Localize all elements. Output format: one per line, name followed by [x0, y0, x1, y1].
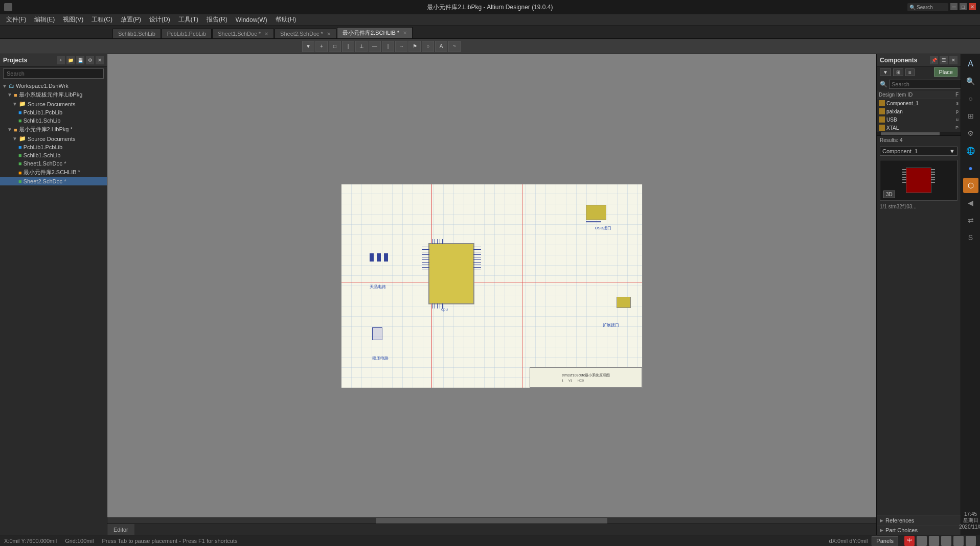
tab-sheet2[interactable]: Sheet2.SchDoc * ✕ — [275, 29, 336, 38]
rp-item-xtal[interactable]: XTAL P — [877, 124, 961, 132]
rp-grid-button[interactable]: ⊞ — [893, 68, 903, 76]
far-right-icon-gear[interactable]: ⚙ — [963, 126, 978, 141]
toolbar-circle-btn[interactable]: ○ — [422, 41, 434, 52]
toolbar-arr-btn[interactable]: → — [395, 41, 407, 52]
editor-tab[interactable]: Editor — [107, 524, 134, 535]
toolbar-wave-btn[interactable]: ~ — [448, 41, 461, 52]
h-scrollbar-thumb[interactable] — [376, 518, 607, 524]
schlib1-label: Schlib1.SchLib — [24, 117, 61, 124]
far-right-icon-s[interactable]: S — [963, 230, 978, 245]
menu-report[interactable]: 报告(R) — [202, 14, 232, 25]
rp-filter-button[interactable]: ▼ — [880, 68, 891, 76]
far-right-icon-globe[interactable]: 🌐 — [963, 143, 978, 158]
rp-icon-pin[interactable]: 📌 — [930, 56, 938, 64]
rp-scrollbar-thumb[interactable] — [881, 132, 940, 135]
far-right-icon-orange[interactable]: ⬡ — [963, 178, 978, 193]
rp-icon-close[interactable]: ✕ — [949, 56, 958, 64]
tree-schlib2-file[interactable]: ■ 最小元件库2.SCHLIB * — [0, 168, 107, 177]
menu-help[interactable]: 帮助(H) — [271, 14, 301, 25]
rp-item-label-xtal: XTAL — [886, 125, 941, 131]
rp-item-paixian[interactable]: paixian p — [877, 107, 961, 115]
menu-place[interactable]: 放置(P) — [117, 14, 145, 25]
tab-close-schlib2[interactable]: ✕ — [403, 30, 407, 36]
panels-button[interactable]: Panels — [872, 536, 898, 545]
far-right-icon-connect[interactable]: ⇄ — [963, 212, 978, 228]
far-right-icon-search[interactable]: 🔍 — [963, 74, 978, 89]
tab-schlib1[interactable]: Schlib1.SchLib — [112, 29, 161, 38]
tree-sheet1[interactable]: ■ Sheet1.SchDoc * — [0, 159, 107, 168]
rp-icon-menu[interactable]: ☰ — [940, 56, 948, 64]
rp-item-usb[interactable]: USB u — [877, 115, 961, 124]
sheet1-label: Sheet1.SchDoc * — [24, 160, 66, 167]
panel-icon-new[interactable]: + — [57, 56, 65, 64]
maximize-button[interactable]: □ — [960, 3, 967, 10]
toolbar-text-btn[interactable]: A — [435, 41, 447, 52]
pcblib2-icon: ■ — [18, 144, 22, 150]
rp-references-section[interactable]: ▶ References — [877, 515, 961, 525]
menu-design[interactable]: 设计(D) — [145, 14, 174, 25]
minimize-button[interactable]: ─ — [950, 3, 958, 10]
components-title: Components — [880, 57, 917, 64]
rp-part-choices-section[interactable]: ▶ Part Choices — [877, 525, 961, 535]
toolbar-v-btn[interactable]: | — [382, 41, 394, 52]
menu-file[interactable]: 文件(F) — [2, 14, 30, 25]
rp-component-dropdown[interactable]: Component_1 ▼ — [880, 147, 958, 156]
menu-project[interactable]: 工程(C) — [87, 14, 117, 25]
tree-sheet2[interactable]: ■ Sheet2.SchDoc * — [0, 177, 107, 185]
toolbar-line-btn[interactable]: | — [342, 41, 354, 52]
rp-vertical-scrollbar[interactable] — [877, 132, 961, 136]
panel-icon-settings[interactable]: ⚙ — [86, 56, 94, 64]
toolbar-rect-btn[interactable]: □ — [329, 41, 341, 52]
far-right-icon-back[interactable]: ◀ — [963, 195, 978, 210]
rp-place-button[interactable]: Place — [934, 67, 958, 77]
tab-pcblib1[interactable]: PcbLib1.PcbLib — [162, 29, 212, 38]
status-grid: Grid:100mil — [65, 538, 94, 544]
rp-references-header[interactable]: ▶ References — [877, 515, 961, 525]
tree-source-docs-2[interactable]: ▼ 📁 Source Documents — [0, 134, 107, 143]
far-right-panel: A 🔍 ○ ⊞ ⚙ 🌐 ● ⬡ ◀ ⇄ S 17:45 星期日 2020/11/… — [961, 54, 980, 535]
close-button[interactable]: ✕ — [969, 3, 976, 10]
far-right-icon-frame[interactable]: ⊞ — [963, 108, 978, 124]
source1-label: Source Documents — [28, 101, 76, 107]
tree-project2[interactable]: ▼ ■ 最小元件库2.LibPkg * — [0, 125, 107, 134]
canvas-container[interactable]: cpu 天晶电路 USB接口 — [107, 54, 876, 517]
tab-close-sheet1[interactable]: ✕ — [264, 31, 268, 37]
toolbar-pin-btn[interactable]: ⊥ — [355, 41, 368, 52]
menu-tools[interactable]: 工具(T) — [174, 14, 202, 25]
far-right-icon-chrome[interactable]: ● — [963, 160, 978, 176]
far-right-icon-altium[interactable]: A — [963, 56, 978, 72]
h-scrollbar[interactable] — [107, 517, 876, 524]
rp-item-component1[interactable]: Component_1 s — [877, 99, 961, 107]
tree-source-docs-1[interactable]: ▼ 📁 Source Documents — [0, 100, 107, 108]
toolbar-filter-btn[interactable]: ▼ — [302, 41, 314, 52]
toolbar-add-btn[interactable]: + — [315, 41, 328, 52]
components-panel-header: Components 📌 ☰ ✕ — [877, 54, 961, 66]
panel-icon-close[interactable]: ✕ — [96, 56, 104, 64]
search-titlebar[interactable]: 🔍 Search — [907, 3, 948, 11]
clock-area: 17:45 星期日 2020/11/8 — [957, 508, 980, 533]
panel-icon-save[interactable]: 💾 — [76, 56, 84, 64]
far-right-icon-circle[interactable]: ○ — [963, 91, 978, 106]
tree-workspace[interactable]: ▼ 🗂 Workspace1.DsnWrk — [0, 82, 107, 90]
rp-3d-button[interactable]: 3D — [883, 191, 895, 198]
rp-search-input[interactable] — [889, 80, 965, 89]
tree-project1[interactable]: ▼ ■ 最小系统板元件库.LibPkg — [0, 90, 107, 100]
projects-title: Projects — [3, 57, 27, 64]
tree-pcblib2[interactable]: ■ PcbLib1.PcbLib — [0, 143, 107, 151]
tree-schlib2[interactable]: ■ Schlib1.SchLib — [0, 151, 107, 159]
menu-view[interactable]: 视图(V) — [59, 14, 87, 25]
left-search-input[interactable] — [3, 68, 104, 79]
tab-close-sheet2[interactable]: ✕ — [327, 31, 331, 37]
menu-window[interactable]: Window(W) — [232, 15, 271, 25]
toolbar-h-btn[interactable]: ― — [369, 41, 381, 52]
rp-view-button[interactable]: ≡ — [905, 68, 915, 76]
rp-part-choices-header[interactable]: ▶ Part Choices — [877, 525, 961, 535]
tree-schlib1[interactable]: ■ Schlib1.SchLib — [0, 116, 107, 125]
menu-edit[interactable]: 编辑(E) — [30, 14, 59, 25]
tab-sheet1[interactable]: Sheet1.SchDoc * ✕ — [212, 29, 274, 38]
toolbar-flag-btn[interactable]: ⚑ — [408, 41, 421, 52]
tab-schlib2[interactable]: 最小元件库2.SCHLIB * ✕ — [337, 27, 413, 38]
tree-pcblib1[interactable]: ■ PcbLib1.PcbLib — [0, 108, 107, 116]
clock-time: 17:45 — [959, 511, 980, 517]
panel-icon-folder[interactable]: 📁 — [66, 56, 75, 64]
